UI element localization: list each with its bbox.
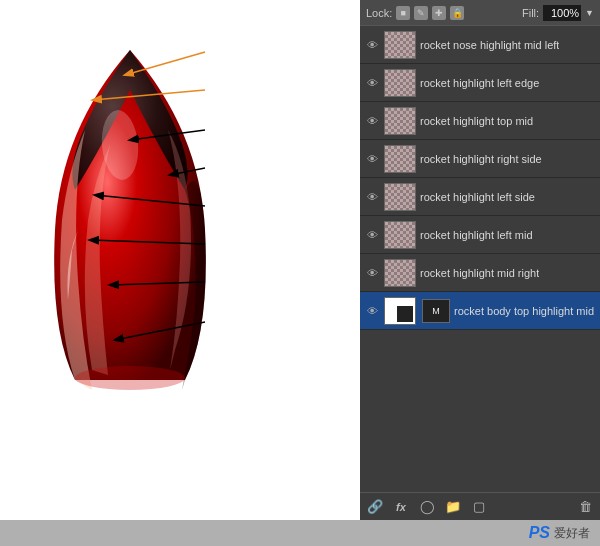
layer-row[interactable]: 👁rocket highlight left edge — [360, 64, 600, 102]
layer-row[interactable]: 👁rocket highlight left mid — [360, 216, 600, 254]
layer-visibility-icon[interactable]: 👁 — [364, 227, 380, 243]
layer-name-label: rocket highlight top mid — [420, 115, 533, 127]
layer-visibility-icon[interactable]: 👁 — [364, 303, 380, 319]
layer-thumbnail — [384, 183, 416, 211]
layer-visibility-icon[interactable]: 👁 — [364, 265, 380, 281]
lock-all-icon[interactable]: 🔒 — [450, 6, 464, 20]
folder-icon[interactable]: 📁 — [444, 498, 462, 516]
layer-row[interactable]: 👁rocket highlight right side — [360, 140, 600, 178]
layer-thumbnail — [384, 31, 416, 59]
layer-name-label: rocket highlight left side — [420, 191, 535, 203]
layer-visibility-icon[interactable]: 👁 — [364, 75, 380, 91]
svg-point-1 — [75, 366, 185, 390]
layer-name-label: rocket highlight left mid — [420, 229, 533, 241]
layer-thumbnail — [384, 221, 416, 249]
layer-thumbnail — [384, 69, 416, 97]
fill-dropdown-icon[interactable]: ▼ — [585, 8, 594, 18]
layer-thumbnail — [384, 259, 416, 287]
layer-row[interactable]: 👁rocket highlight left side — [360, 178, 600, 216]
layer-thumbnail — [384, 297, 416, 325]
layer-name-label: rocket nose highlight mid left — [420, 39, 559, 51]
layer-bottom-bar: 🔗 fx ◯ 📁 ▢ 🗑 — [360, 492, 600, 520]
new-layer-icon[interactable]: ▢ — [470, 498, 488, 516]
layer-name-label: rocket highlight left edge — [420, 77, 539, 89]
layer-name-label: rocket highlight right side — [420, 153, 542, 165]
layer-row[interactable]: 👁Mrocket body top highlight mid — [360, 292, 600, 330]
layer-thumbnail — [384, 107, 416, 135]
layer-row[interactable]: 👁rocket nose highlight mid left — [360, 26, 600, 64]
ps-watermark: PS 爱好者 — [360, 520, 600, 546]
link-icon[interactable]: 🔗 — [366, 498, 384, 516]
right-panel: Lock: ■ ✎ ✚ 🔒 Fill: ▼ 👁rocket nose highl… — [360, 0, 600, 520]
layer-visibility-icon[interactable]: 👁 — [364, 189, 380, 205]
layer-mask-thumbnail: M — [422, 299, 450, 323]
lock-label: Lock: — [366, 7, 392, 19]
layer-name-label: rocket body top highlight mid — [454, 305, 594, 317]
layer-name-label: rocket highlight mid right — [420, 267, 539, 279]
ps-logo: PS — [529, 524, 550, 542]
layer-row[interactable]: 👁rocket highlight mid right — [360, 254, 600, 292]
brush-icon[interactable]: ✎ — [414, 6, 428, 20]
fill-label: Fill: — [522, 7, 539, 19]
left-panel — [0, 0, 360, 520]
layer-row[interactable]: 👁rocket highlight top mid — [360, 102, 600, 140]
layer-visibility-icon[interactable]: 👁 — [364, 113, 380, 129]
fx-icon[interactable]: fx — [392, 498, 410, 516]
layers-container: 👁rocket nose highlight mid left👁rocket h… — [360, 26, 600, 330]
fill-input[interactable] — [543, 5, 581, 21]
adjustment-icon[interactable]: ◯ — [418, 498, 436, 516]
layer-visibility-icon[interactable]: 👁 — [364, 37, 380, 53]
rocket-area — [20, 30, 320, 510]
delete-icon[interactable]: 🗑 — [576, 498, 594, 516]
move-icon[interactable]: ✚ — [432, 6, 446, 20]
lock-bar: Lock: ■ ✎ ✚ 🔒 Fill: ▼ — [360, 0, 600, 26]
ps-site-text: 爱好者 — [554, 525, 590, 542]
layer-thumbnail — [384, 145, 416, 173]
lock-icon[interactable]: ■ — [396, 6, 410, 20]
layer-visibility-icon[interactable]: 👁 — [364, 151, 380, 167]
fill-area: Fill: ▼ — [522, 5, 594, 21]
